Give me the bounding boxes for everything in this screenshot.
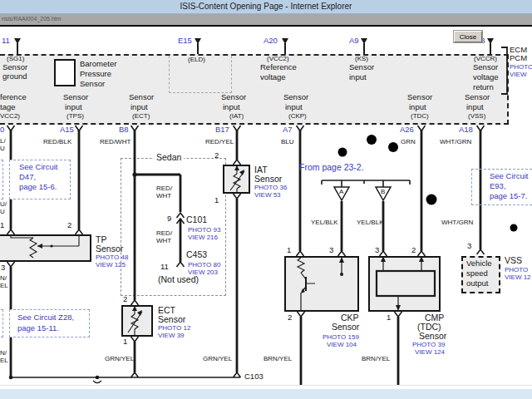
tp-sensor-box xyxy=(0,234,91,262)
sedan-wire2-line1: RED/ xyxy=(156,230,172,237)
ecm-label-2: PCM xyxy=(510,54,527,62)
cmp-pin3: 3 xyxy=(375,246,379,254)
pin-label-b17: B17 xyxy=(215,126,229,134)
ect-view-link[interactable]: VIEW 39 xyxy=(158,332,185,339)
fn-ckp-code: (CKP) xyxy=(288,113,307,120)
ect-photo-link[interactable]: PHOTO 12 xyxy=(158,325,190,332)
pin-label-a26: A26 xyxy=(400,126,414,134)
see-circuit-e93-line1[interactable]: See Circuit xyxy=(490,172,528,180)
c101-view-link[interactable]: VIEW 216 xyxy=(188,234,218,241)
content-bottom-line xyxy=(0,385,532,386)
vss-box-line2: speed xyxy=(466,269,488,278)
fn-sg1-line2: ground xyxy=(2,72,27,81)
fn-ect-line1: Sensor xyxy=(129,93,154,101)
pin-label-e15: E15 xyxy=(178,37,192,45)
tp-pin1: 1 xyxy=(0,221,4,229)
iat-pin2: 2 xyxy=(214,151,219,160)
ect-name-2: Sensor xyxy=(158,315,185,324)
tp-grnyel-cut2b: EL xyxy=(0,357,8,364)
iat-photo-link[interactable]: PHOTO 36 xyxy=(254,185,287,191)
fn-tps-line2: input xyxy=(65,103,82,111)
see-circuit-e93-line3[interactable]: page 15-7. xyxy=(490,192,527,200)
c453-photo-link[interactable]: PHOTO 80 xyxy=(188,262,220,268)
ckp-pin3: 3 xyxy=(329,246,333,254)
tp-view-link[interactable]: VIEW 125 xyxy=(96,262,126,268)
sedan-label: Sedan xyxy=(154,153,184,162)
iat-name-1: IAT xyxy=(254,165,268,175)
fn-eld: (ELD) xyxy=(188,57,205,63)
see-circuit-d47-line1[interactable]: See Circuit xyxy=(19,163,57,171)
address-bar[interactable]: nsis/RAAI004_205.htm xyxy=(0,14,532,25)
sedan-wire1-line2: WHT xyxy=(156,193,171,200)
pin-label-a15: A15 xyxy=(60,126,74,134)
fn-vcc2-line2: voltage xyxy=(260,73,286,81)
barometer-box xyxy=(54,59,76,86)
barometer-label1: Barometer xyxy=(80,60,116,68)
fn-vss-line2: input xyxy=(466,103,484,111)
cmp-wire-top-label: YEL/BLK xyxy=(357,219,383,226)
ckp-wire-top-label: YEL/BLK xyxy=(311,219,337,226)
fn-tps-code: (TPS) xyxy=(66,113,84,120)
from-page-ref[interactable]: From page 23-2. xyxy=(299,163,364,172)
fn-ks-line1: Sensor xyxy=(349,63,374,71)
wire-label-red-yel: RED/YEL xyxy=(205,139,234,145)
see-circuit-d47-line2[interactable]: D47, xyxy=(19,173,36,181)
wire-label-wht-grn: WHT/GRN xyxy=(440,139,471,145)
iat-name-2: Sensor xyxy=(254,175,282,184)
iat-view-link[interactable]: VIEW 53 xyxy=(254,192,281,199)
ect-name-1: ECT xyxy=(158,306,175,315)
vss-wire-label: WHT/GRN xyxy=(441,219,473,226)
tp-photo-link[interactable]: PHOTO 48 xyxy=(96,254,128,261)
cmp-photo-link[interactable]: PHOTO 39 xyxy=(412,342,445,348)
fn-iat-line2: input xyxy=(223,103,240,111)
tp-grnyel-cut1a: N/ xyxy=(0,275,7,282)
fn-vccr-line1: Sensor xyxy=(473,63,498,71)
pin-label-11b: 11 xyxy=(160,263,169,271)
cmp-name-2: (TDC) xyxy=(417,323,441,332)
fn-tdc-code: (TDC) xyxy=(411,113,429,120)
vss-box-line3: output xyxy=(466,279,488,288)
ect-pin2: 2 xyxy=(123,295,127,303)
tp-grnyel-cut2a: N/ xyxy=(0,350,7,357)
ecm-photo-link[interactable]: PHOTO xyxy=(510,64,532,71)
close-button[interactable]: Close xyxy=(454,31,482,42)
barometer-label3: Sensor xyxy=(80,80,105,88)
not-used-label: (Not used) xyxy=(158,275,199,284)
vss-name: VSS xyxy=(505,256,522,265)
connector-c453: C453 xyxy=(186,250,207,259)
vss-box-line1: Vehicle xyxy=(466,259,492,268)
fn-tdc-line2: input xyxy=(409,103,426,111)
iat-sensor-box xyxy=(223,165,250,194)
fn-refcut-line1: ference xyxy=(0,93,27,101)
cmp-pin2: 2 xyxy=(411,246,416,254)
c101-photo-link[interactable]: PHOTO 93 xyxy=(188,227,220,234)
connector-c101: C101 xyxy=(186,215,207,224)
c103-ground-line xyxy=(9,372,241,383)
see-circuit-e93-line2[interactable]: E93, xyxy=(490,182,506,190)
ckp-pin1: 1 xyxy=(287,246,291,254)
tp-pin2: 2 xyxy=(67,221,71,229)
tp-grnyel-cut1b: EL xyxy=(0,283,8,289)
vss-photo-link[interactable]: PHOTO xyxy=(505,267,528,273)
cmp-view-link[interactable]: VIEW 124 xyxy=(415,349,445,356)
fn-refcut-line2: tage xyxy=(0,103,16,111)
ecm-view-link[interactable]: VIEW xyxy=(510,71,526,78)
vss-pin3: 3 xyxy=(467,242,471,250)
ckp-name-2: Sensor xyxy=(332,323,359,332)
sedan-wire1-line1: RED/ xyxy=(156,185,172,192)
see-circuit-z28-line2[interactable]: page 15-11. xyxy=(17,324,59,332)
fn-vccr-line3: return xyxy=(473,83,494,91)
see-circuit-d47-line3[interactable]: page 15-6. xyxy=(19,183,57,191)
vss-view-link[interactable]: VIEW 12 xyxy=(505,274,531,281)
cmp-wire-bottom-label: BRN/YEL xyxy=(362,356,390,362)
ect-pin1: 1 xyxy=(123,337,127,346)
cmp-name-3: Sensor xyxy=(419,332,446,341)
ckp-photo-link[interactable]: PHOTO 159 xyxy=(323,334,359,341)
ckp-name-1: CKP xyxy=(341,313,359,323)
triangle-letter-a: A xyxy=(339,189,343,195)
ckp-view-link[interactable]: VIEW 104 xyxy=(327,342,357,348)
fn-vss-code: (VSS) xyxy=(468,113,485,120)
cmp-pin1: 1 xyxy=(387,313,391,322)
wire-label-grn: GRN xyxy=(401,139,416,145)
see-circuit-z28-line1[interactable]: See Circuit Z28, xyxy=(17,313,74,322)
